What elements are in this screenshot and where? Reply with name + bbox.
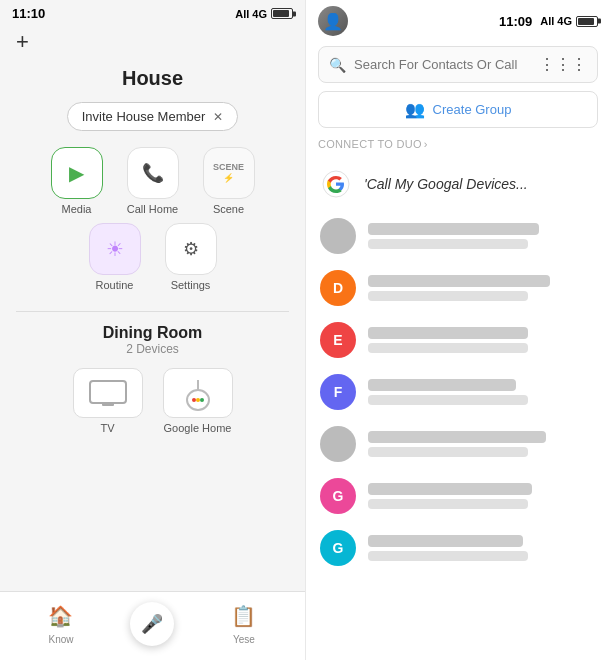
contact-name-bar [368,275,550,287]
right-battery-fill [578,18,594,25]
tv-icon-box [73,368,143,418]
invite-close-icon[interactable]: ✕ [213,110,223,124]
contact-sub-bar [368,239,528,249]
nav-home[interactable]: 🏠 Know [48,604,73,645]
contact-sub-bar [368,551,528,561]
contact-info-g2 [368,535,596,561]
invite-label: Invite House Member [82,109,206,124]
contact-info-f [368,379,596,405]
nav-list[interactable]: 📋 Yese [231,604,256,645]
contact-avatar-d: D [320,270,356,306]
call-home-label: Call Home [127,203,178,215]
contact-name-bar [368,431,546,443]
google-home-icon [183,374,213,412]
svg-rect-0 [90,381,126,403]
contact-item[interactable] [306,418,610,470]
device-row: TV Google Home [16,368,289,434]
connect-to-duo[interactable]: CONNECT TO DUO › [306,138,610,158]
connect-label-text: CONNECT TO DUO [318,138,422,150]
google-logo [320,168,352,200]
scene-label: Scene [213,203,244,215]
svg-point-4 [192,398,196,402]
avatar-icon: 👤 [323,12,343,31]
right-time: 11:09 [499,14,532,29]
divider-1 [16,311,289,312]
google-devices-item[interactable]: 'Call My Googal Devices... [306,158,610,210]
contact-info-d [368,275,596,301]
contact-avatar-g2: G [320,530,356,566]
device-tv[interactable]: TV [73,368,143,434]
connect-chevron: › [424,138,428,150]
contact-list: 'Call My Googal Devices... D E [306,158,610,660]
contact-info-s [368,431,596,457]
bottom-bar: 🏠 Know 🎤 📋 Yese [0,591,305,660]
contact-item[interactable] [306,210,610,262]
search-bar[interactable]: 🔍 ⋮⋮⋮ [318,46,598,83]
status-bar-left: 11:10 All 4G [0,0,305,25]
search-input[interactable] [354,57,531,72]
tv-icon [88,379,128,407]
feature-call-home[interactable]: 📞 Call Home [127,147,179,215]
voice-fab-button[interactable]: 🎤 [130,602,174,646]
home-icon: 🏠 [48,604,73,628]
svg-rect-1 [102,403,114,406]
right-status-icons: 11:09 All 4G [499,14,598,29]
gear-icon: ⚙ [183,238,199,260]
device-google-home[interactable]: Google Home [163,368,233,434]
contact-sub-bar [368,499,528,509]
contact-item[interactable]: G [306,522,610,574]
svg-point-5 [196,398,200,402]
battery-icon [271,8,293,19]
feature-row-2: ☀ Routine ⚙ Settings [89,223,217,291]
add-button[interactable]: + [16,29,29,55]
feature-media[interactable]: ▶ Media [51,147,103,215]
home-nav-label: Know [48,634,73,645]
contact-item[interactable]: G [306,470,610,522]
contact-info-1 [368,223,596,249]
create-group-label: Create Group [433,102,512,117]
contact-item[interactable]: F [306,366,610,418]
feature-scene[interactable]: SCENE⚡ Scene [203,147,255,215]
room-title: Dining Room [16,324,289,342]
contact-item[interactable]: E [306,314,610,366]
grid-icon[interactable]: ⋮⋮⋮ [539,55,587,74]
contact-info-e [368,327,596,353]
create-group-button[interactable]: 👥 Create Group [318,91,598,128]
left-top-row: + [0,25,305,63]
left-status-icons: All 4G [235,8,293,20]
contact-avatar-grey-2 [320,426,356,462]
feature-settings[interactable]: ⚙ Settings [165,223,217,291]
tv-label: TV [100,422,114,434]
contact-avatar-g1: G [320,478,356,514]
contact-item[interactable]: D [306,262,610,314]
phone-icon: 📞 [142,162,164,184]
right-panel: 👤 11:09 All 4G 🔍 ⋮⋮⋮ 👥 Create Group CONN… [305,0,610,660]
settings-icon-circle: ⚙ [165,223,217,275]
room-section: Dining Room 2 Devices TV [0,324,305,434]
scene-icon-circle: SCENE⚡ [203,147,255,199]
group-icon: 👥 [405,100,425,119]
right-network: All 4G [540,15,572,27]
play-icon: ▶ [69,161,84,185]
contact-name-bar [368,327,528,339]
google-devices-label: 'Call My Googal Devices... [364,176,528,192]
google-g-icon [322,170,350,198]
contact-avatar-e: E [320,322,356,358]
feature-routine[interactable]: ☀ Routine [89,223,141,291]
svg-point-6 [200,398,204,402]
status-bar-right: 👤 11:09 All 4G [306,0,610,40]
invite-house-member-button[interactable]: Invite House Member ✕ [67,102,239,131]
mic-icon: 🎤 [141,613,163,635]
settings-label: Settings [171,279,211,291]
room-devices-count: 2 Devices [16,342,289,356]
left-network: All 4G [235,8,267,20]
contact-avatar-f: F [320,374,356,410]
feature-grid: ▶ Media 📞 Call Home SCENE⚡ Scene ☀ [0,147,305,299]
contact-name-bar [368,379,516,391]
media-icon-circle: ▶ [51,147,103,199]
contact-sub-bar [368,395,528,405]
feature-row-1: ▶ Media 📞 Call Home SCENE⚡ Scene [51,147,255,215]
google-home-icon-box [163,368,233,418]
left-time: 11:10 [12,6,45,21]
left-panel: 11:10 All 4G + House Invite House Member… [0,0,305,660]
